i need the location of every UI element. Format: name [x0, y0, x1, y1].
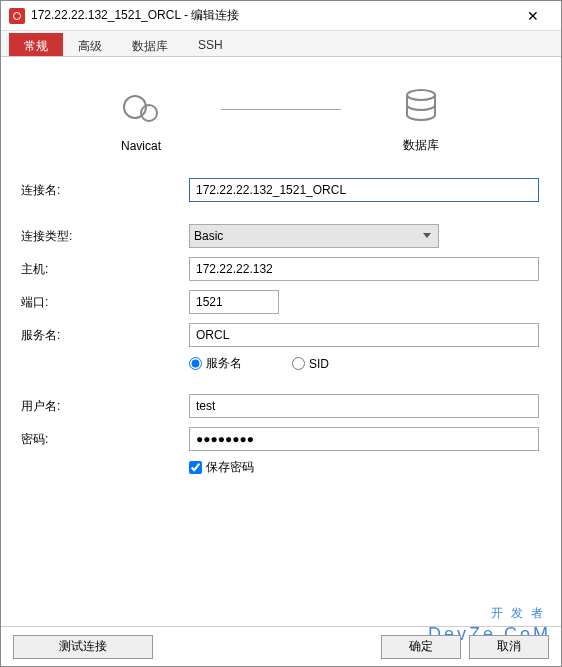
tab-general[interactable]: 常规 — [9, 33, 63, 56]
diagram-navicat-label: Navicat — [121, 139, 161, 153]
port-input[interactable] — [189, 290, 279, 314]
label-conn-type: 连接类型: — [19, 228, 189, 245]
radio-service-name-label: 服务名 — [206, 355, 242, 372]
radio-sid-label: SID — [309, 357, 329, 371]
window-title: 172.22.22.132_1521_ORCL - 编辑连接 — [31, 7, 513, 24]
row-host: 主机: — [19, 257, 543, 281]
host-input[interactable] — [189, 257, 539, 281]
label-conn-name: 连接名: — [19, 182, 189, 199]
row-username: 用户名: — [19, 394, 543, 418]
password-input[interactable] — [189, 427, 539, 451]
diagram-connector — [221, 109, 341, 110]
conn-type-select[interactable]: Basic — [189, 224, 439, 248]
label-service-name: 服务名: — [19, 327, 189, 344]
username-input[interactable] — [189, 394, 539, 418]
app-icon — [9, 8, 25, 24]
label-username: 用户名: — [19, 398, 189, 415]
label-host: 主机: — [19, 261, 189, 278]
diagram-database-label: 数据库 — [403, 137, 439, 154]
tab-database[interactable]: 数据库 — [117, 33, 183, 56]
cancel-button[interactable]: 取消 — [469, 635, 549, 659]
row-service-radios: 服务名 SID — [19, 351, 543, 372]
ok-button[interactable]: 确定 — [381, 635, 461, 659]
navicat-icon — [119, 87, 163, 131]
titlebar: 172.22.22.132_1521_ORCL - 编辑连接 ✕ — [1, 1, 561, 31]
database-icon — [399, 85, 443, 129]
watermark-line1: 开发者 — [491, 606, 551, 620]
row-conn-name: 连接名: — [19, 178, 543, 202]
content-area: Navicat 数据库 连接名: 连接类型: Basic — [1, 57, 561, 476]
row-service-name: 服务名: — [19, 323, 543, 347]
row-conn-type: 连接类型: Basic — [19, 224, 543, 248]
radio-service-name-input[interactable] — [189, 357, 202, 370]
connection-diagram: Navicat 数据库 — [19, 85, 543, 154]
save-password-label: 保存密码 — [206, 459, 254, 476]
radio-sid[interactable]: SID — [292, 357, 329, 371]
row-save-password: 保存密码 — [19, 455, 543, 476]
footer: 测试连接 确定 取消 — [1, 626, 561, 666]
close-icon[interactable]: ✕ — [513, 8, 553, 24]
svg-point-2 — [407, 90, 435, 100]
row-port: 端口: — [19, 290, 543, 314]
radio-sid-input[interactable] — [292, 357, 305, 370]
tab-ssh[interactable]: SSH — [183, 33, 238, 56]
save-password-checkbox[interactable] — [189, 461, 202, 474]
row-password: 密码: — [19, 427, 543, 451]
service-name-input[interactable] — [189, 323, 539, 347]
tab-advanced[interactable]: 高级 — [63, 33, 117, 56]
test-connection-button[interactable]: 测试连接 — [13, 635, 153, 659]
conn-name-input[interactable] — [189, 178, 539, 202]
diagram-navicat: Navicat — [91, 87, 191, 153]
label-password: 密码: — [19, 431, 189, 448]
diagram-database: 数据库 — [371, 85, 471, 154]
tabs-bar: 常规 高级 数据库 SSH — [1, 31, 561, 57]
radio-service-name[interactable]: 服务名 — [189, 355, 242, 372]
label-port: 端口: — [19, 294, 189, 311]
